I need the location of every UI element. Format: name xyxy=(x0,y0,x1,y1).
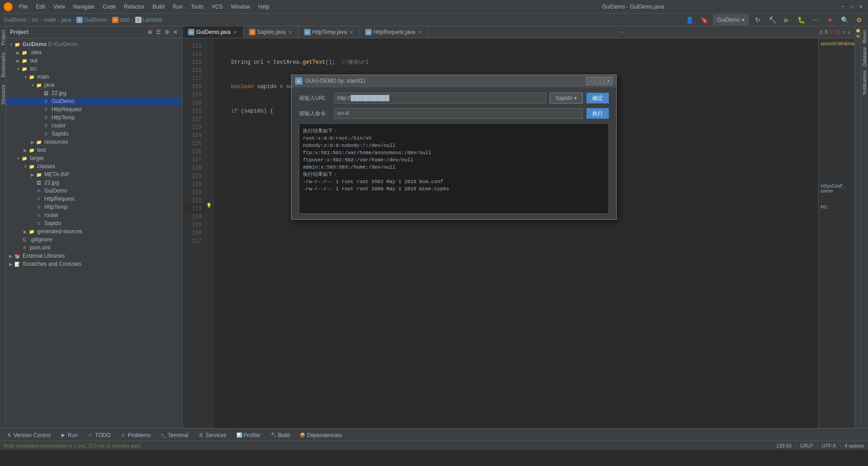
tree-extlibs[interactable]: ▶ 📚 External Libraries xyxy=(6,252,182,260)
tree-target[interactable]: ▾ 📁 target xyxy=(6,154,182,162)
tree-test[interactable]: ▶ 📁 test xyxy=(6,146,182,154)
close-button[interactable]: ✕ xyxy=(857,3,864,10)
close-guidemo-tab[interactable]: ✕ xyxy=(232,30,238,35)
tree-sapido[interactable]: C Sapido xyxy=(6,130,182,138)
nav-main[interactable]: main xyxy=(44,17,56,23)
tree-httprequest2[interactable]: C HttpRequest xyxy=(6,195,182,203)
tree-gitignore[interactable]: G .gitignore xyxy=(6,235,182,244)
dialog-minimize-btn[interactable]: ─ xyxy=(586,77,594,85)
bottom-tab-services[interactable]: ☰ Services xyxy=(194,429,231,440)
tree-main[interactable]: ▾ 📁 main xyxy=(6,73,182,81)
nav-src[interactable]: src xyxy=(32,17,39,23)
tab-sapido[interactable]: S Sapido.java ✕ xyxy=(244,26,299,38)
more-run-btn[interactable]: ⋯ xyxy=(810,14,821,25)
nav-class[interactable]: C GuiDemo xyxy=(76,17,107,23)
close-sapido-tab[interactable]: ✕ xyxy=(288,30,293,35)
panel-settings-btn[interactable]: ⚙ xyxy=(164,28,170,36)
sidebar-structure-tab[interactable]: Structure xyxy=(0,81,7,108)
tab-guidemo[interactable]: G GuiDemo.java ✕ xyxy=(183,26,244,38)
sidebar-bookmarks-tab[interactable]: Bookmarks xyxy=(0,49,7,81)
tab-httptemp[interactable]: H HttpTemp.java ✕ xyxy=(299,26,360,38)
dialog[interactable]: G GUI小DEMO by: vlan911 ─ □ ✕ 请输入URL xyxy=(291,75,617,220)
tree-java[interactable]: ▾ 📁 java xyxy=(6,81,182,89)
run-btn[interactable]: ▶ xyxy=(781,14,792,25)
tree-scratches[interactable]: ▶ 📝 Scratches and Consoles xyxy=(6,260,182,268)
tree-pomxml[interactable]: X pom.xml xyxy=(6,244,182,252)
tree-metainf[interactable]: ▶ 📁 META-INF xyxy=(6,170,182,179)
cmd-input[interactable] xyxy=(334,108,583,119)
close-httprequest-tab[interactable]: ✕ xyxy=(417,30,423,35)
panel-add-btn[interactable]: ⊕ xyxy=(147,28,153,36)
tree-22jpg[interactable]: 🖼 22.jpg xyxy=(6,89,182,97)
confirm-btn[interactable]: 确定 xyxy=(586,93,609,104)
refresh-btn[interactable]: ↻ xyxy=(752,14,763,25)
nav-guidemo[interactable]: GuiDemo xyxy=(4,17,27,23)
tree-guidemo2[interactable]: C GuiDemo xyxy=(6,187,182,195)
panel-close-btn[interactable]: ✕ xyxy=(172,28,179,36)
tree-resources[interactable]: ▶ 📁 resources xyxy=(6,138,182,146)
tree-root[interactable]: ▾ 📁 GuiDemo E:\GuiDemo xyxy=(6,40,182,48)
bottom-tab-run[interactable]: ▶ Run xyxy=(56,429,82,440)
database-tab[interactable]: Database xyxy=(862,45,868,68)
build-btn[interactable]: 🔨 xyxy=(767,14,778,25)
tree-httptemp[interactable]: C HttpTemp xyxy=(6,113,182,122)
menu-file[interactable]: File xyxy=(15,3,31,11)
menu-vcs[interactable]: VCS xyxy=(208,3,226,11)
maximize-button[interactable]: □ xyxy=(848,3,855,10)
notifications-tab[interactable]: Notifications xyxy=(862,68,868,96)
tree-src[interactable]: ▾ 📁 src xyxy=(6,65,182,73)
tab-httprequest[interactable]: H HttpRequest.java ✕ xyxy=(360,26,428,38)
menu-build[interactable]: Build xyxy=(149,3,168,11)
close-httptemp-tab[interactable]: ✕ xyxy=(349,30,354,35)
panel-layout-btn[interactable]: ☰ xyxy=(155,28,162,36)
gear-btn[interactable]: ⚙ xyxy=(854,14,864,25)
dialog-maximize-btn[interactable]: □ xyxy=(595,77,604,85)
status-position[interactable]: 133:43 xyxy=(776,443,792,448)
tree-router1[interactable]: C router xyxy=(6,122,182,130)
menu-refactor[interactable]: Refactor xyxy=(120,3,148,11)
menu-code[interactable]: Code xyxy=(99,3,119,11)
menu-run[interactable]: Run xyxy=(169,3,186,11)
bottom-tab-dependencies[interactable]: 📦 Dependencies xyxy=(295,429,346,440)
profile-btn[interactable]: 👤 xyxy=(684,14,695,25)
bookmark-btn[interactable]: 🔖 xyxy=(698,14,709,25)
menu-view[interactable]: View xyxy=(50,3,69,11)
tree-generated[interactable]: ▶ 📁 generated-sources xyxy=(6,227,182,235)
tree-out[interactable]: ▶ 📁 out xyxy=(6,56,182,65)
menu-window[interactable]: Window xyxy=(227,3,254,11)
tree-httptemp2[interactable]: C HttpTemp xyxy=(6,203,182,211)
bottom-tab-build[interactable]: 🔨 Build xyxy=(266,429,295,440)
type-select-btn[interactable]: Sapido ▾ xyxy=(550,93,583,104)
tabs-more-btn[interactable]: ⋯ xyxy=(616,27,627,37)
menu-tools[interactable]: Tools xyxy=(187,3,207,11)
menu-edit[interactable]: Edit xyxy=(32,3,49,11)
tree-classes[interactable]: ▾ 📁 classes xyxy=(6,162,182,170)
tree-httprequest[interactable]: C HttpRequest xyxy=(6,105,182,113)
maven-tab[interactable]: Maven xyxy=(862,28,868,45)
status-encoding[interactable]: UTF-8 xyxy=(822,443,836,448)
bottom-tab-todo[interactable]: ✓ TODO xyxy=(83,429,115,440)
run-config[interactable]: GuiDemo ▾ xyxy=(713,14,749,25)
tree-sapido2[interactable]: C Sapido xyxy=(6,219,182,227)
bottom-tab-version-control[interactable]: ⇅ Version Control xyxy=(2,429,55,440)
url-input[interactable] xyxy=(334,93,546,104)
debug-btn[interactable]: 🐛 xyxy=(796,14,807,25)
status-indent[interactable]: 4 spaces xyxy=(844,443,864,448)
bottom-tab-profiler[interactable]: 📊 Profiler xyxy=(232,429,265,440)
status-line-sep[interactable]: CRLF xyxy=(800,443,813,448)
stop-btn[interactable]: ■ xyxy=(825,14,835,25)
nav-java[interactable]: java xyxy=(61,17,71,23)
sidebar-project-tab[interactable]: Project xyxy=(0,26,7,49)
tree-router2[interactable]: C router xyxy=(6,211,182,219)
exec-btn[interactable]: 执行 xyxy=(586,108,609,119)
bottom-tab-terminal[interactable]: >_ Terminal xyxy=(156,429,193,440)
tree-idea[interactable]: ▶ 📁 .idea xyxy=(6,48,182,56)
menu-help[interactable]: Help xyxy=(255,3,273,11)
dialog-close-btn[interactable]: ✕ xyxy=(604,77,613,85)
nav-method[interactable]: m start xyxy=(112,17,130,23)
nav-lambda[interactable]: λ Lambda xyxy=(135,17,162,23)
tree-22jpg2[interactable]: 🖼 22.jpg xyxy=(6,179,182,187)
search-btn[interactable]: 🔍 xyxy=(839,14,850,25)
bottom-tab-problems[interactable]: ⚠ Problems xyxy=(116,429,156,440)
minimize-button[interactable]: ─ xyxy=(839,3,846,10)
